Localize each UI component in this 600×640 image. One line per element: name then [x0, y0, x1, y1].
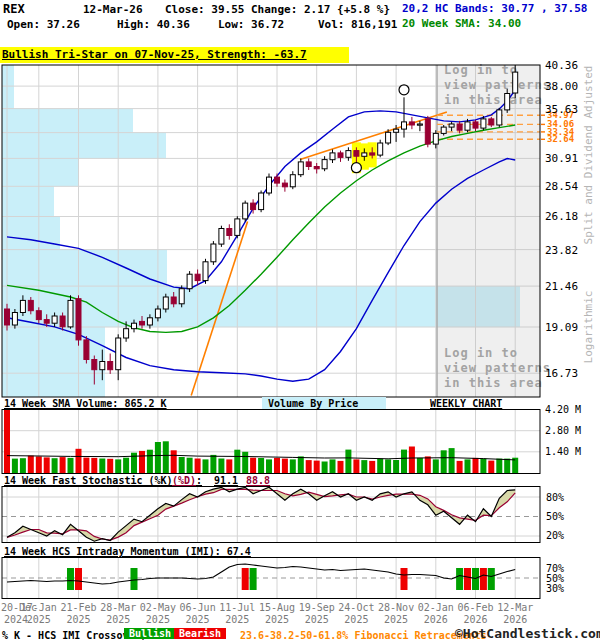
- svg-text:50%: 50%: [546, 511, 564, 522]
- fibonacci-legend-label: 23.6-38.2-50-61.8% Fibonacci Retracement…: [240, 630, 487, 640]
- candle: [171, 297, 176, 304]
- svg-text:14 Week Fast Stochastic (%K): 14 Week Fast Stochastic (%K): [4, 475, 173, 486]
- svg-text:28-Mar: 28-Mar: [100, 602, 136, 613]
- candle: [211, 244, 216, 262]
- candle: [124, 329, 129, 338]
- candle: [481, 119, 486, 128]
- svg-text:80%: 80%: [546, 492, 564, 503]
- bullish-badge[interactable]: Bullish: [124, 628, 176, 639]
- svg-text:in this area: in this area: [444, 93, 543, 107]
- candle: [322, 160, 327, 169]
- candle: [298, 162, 303, 175]
- svg-text:2025: 2025: [305, 614, 329, 625]
- candle: [92, 360, 97, 370]
- candle: [275, 177, 280, 183]
- svg-text:35.63: 35.63: [545, 103, 578, 116]
- chart-canvas: Log in toview patternsin this areaLog in…: [0, 0, 600, 640]
- svg-text:Volume By Price: Volume By Price: [268, 398, 358, 409]
- svg-text:23.82: 23.82: [545, 244, 578, 257]
- bearish-badge[interactable]: Bearish: [174, 628, 226, 639]
- candle: [20, 300, 25, 312]
- svg-text:2025: 2025: [66, 614, 90, 625]
- imi-panel: 14 Week HCS Intraday Momentum (IMI): 67.…: [2, 546, 564, 599]
- candle: [68, 300, 73, 327]
- svg-text:2025: 2025: [27, 614, 51, 625]
- svg-text:88.8: 88.8: [246, 475, 270, 486]
- imi-crossover-bearish: [242, 568, 249, 590]
- svg-text:91.1: 91.1: [214, 475, 238, 486]
- candle: [346, 151, 351, 158]
- svg-text:28-Nov: 28-Nov: [378, 602, 414, 613]
- candle: [76, 299, 81, 340]
- candle: [132, 323, 137, 329]
- candle: [505, 94, 510, 110]
- date-axis: 20-Dec202417-Jan202521-Feb202528-Mar2025…: [1, 602, 533, 625]
- svg-text:17-Jan: 17-Jan: [21, 602, 57, 613]
- svg-text:2025: 2025: [225, 614, 249, 625]
- candle: [235, 219, 240, 236]
- candle: [251, 203, 256, 210]
- candle: [370, 153, 375, 155]
- imi-crossover-bullish: [250, 568, 257, 590]
- copyright-label: ©HotCandlestick.com: [455, 626, 600, 640]
- svg-text:14 Week HCS Intraday Momentum: 14 Week HCS Intraday Momentum (IMI): 67.…: [4, 546, 251, 557]
- svg-text:Log in to: Log in to: [444, 346, 518, 360]
- candle: [243, 203, 248, 219]
- candle: [489, 119, 494, 125]
- svg-text:32.64: 32.64: [547, 134, 575, 144]
- candle: [267, 177, 272, 193]
- candle: [338, 153, 343, 158]
- volume-panel: 14 Week SMA Volume: 865.2 KVolume By Pri…: [2, 397, 581, 474]
- svg-text:24-Oct: 24-Oct: [338, 602, 374, 613]
- candle: [5, 309, 10, 325]
- price-axis: 40.3638.0035.6330.9128.5426.1823.8221.46…: [545, 59, 595, 380]
- hotcandlestick-chart-page: REX 12-Mar-26 Close: 39.55 Change: 2.17 …: [0, 0, 600, 640]
- candle: [52, 316, 57, 323]
- candle: [378, 143, 383, 155]
- svg-text:40.36: 40.36: [545, 59, 578, 72]
- candle: [28, 300, 33, 310]
- candle: [108, 362, 113, 370]
- candle: [155, 309, 160, 318]
- svg-text:30.91: 30.91: [545, 152, 578, 165]
- imi-crossover-bearish: [464, 568, 471, 590]
- svg-text:view patterns: view patterns: [444, 361, 551, 375]
- candle: [203, 262, 208, 281]
- svg-text:11-Jul: 11-Jul: [219, 602, 255, 613]
- imi-crossover-bearish: [75, 568, 82, 590]
- candle: [227, 229, 232, 236]
- svg-text:(%D): (%D): [172, 475, 196, 486]
- svg-text:Logarithmic: Logarithmic: [582, 291, 595, 364]
- svg-text:view patterns: view patterns: [444, 78, 551, 92]
- svg-text:1.40 M: 1.40 M: [545, 446, 581, 457]
- candle: [457, 124, 462, 130]
- svg-text:19-Sep: 19-Sep: [299, 602, 335, 613]
- candle: [179, 289, 184, 304]
- svg-text:2026: 2026: [424, 614, 448, 625]
- candle: [409, 122, 414, 125]
- svg-text:2026: 2026: [463, 614, 487, 625]
- candle: [441, 127, 446, 133]
- svg-text:2026: 2026: [503, 614, 527, 625]
- candle: [147, 318, 152, 325]
- candle: [362, 153, 367, 156]
- svg-text:2025: 2025: [146, 614, 170, 625]
- candle: [259, 193, 264, 210]
- candle: [354, 151, 359, 157]
- candle: [100, 362, 105, 370]
- imi-crossover-bearish: [401, 568, 408, 590]
- candle: [36, 311, 41, 320]
- candle: [163, 297, 168, 309]
- candle: [12, 313, 17, 326]
- svg-text:02-Jan: 02-Jan: [418, 602, 454, 613]
- stochastic-panel: 14 Week Fast Stochastic (%K)(%D) : 91.18…: [2, 475, 564, 543]
- svg-text:2025: 2025: [106, 614, 130, 625]
- svg-text:2025: 2025: [344, 614, 368, 625]
- svg-text:12-Mar: 12-Mar: [497, 602, 533, 613]
- candle: [60, 316, 65, 327]
- candle: [425, 119, 430, 144]
- svg-text:06-Feb: 06-Feb: [457, 602, 493, 613]
- svg-text:21.46: 21.46: [545, 280, 578, 293]
- svg-text:21-Feb: 21-Feb: [60, 602, 96, 613]
- svg-text:2.80 M: 2.80 M: [545, 425, 581, 436]
